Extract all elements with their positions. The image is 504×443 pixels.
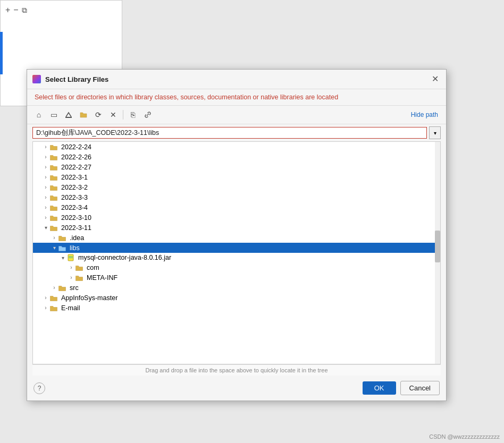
tree-root: › 2022-2-24› 2022-2-26› 2022-2-27› 2022-… bbox=[33, 142, 440, 313]
path-input-row: ▾ bbox=[27, 124, 446, 141]
tree-item-label: 2022-3-4 bbox=[61, 204, 88, 211]
hide-path-button[interactable]: Hide path bbox=[408, 109, 441, 120]
tree-arrow: › bbox=[41, 305, 50, 311]
dialog-app-icon bbox=[32, 75, 41, 83]
cancel-button[interactable]: Cancel bbox=[400, 381, 440, 395]
folder-icon bbox=[50, 224, 59, 232]
folder-icon bbox=[50, 294, 59, 302]
tree-arrow: › bbox=[41, 164, 50, 170]
tree-item-label: AppInfoSys-master bbox=[61, 294, 117, 302]
folder-icon bbox=[75, 263, 85, 271]
tree-arrow: › bbox=[41, 184, 50, 190]
tree-item-label: 2022-3-2 bbox=[61, 184, 88, 191]
tree-item-label: 2022-3-10 bbox=[61, 214, 91, 222]
tree-item[interactable]: › 2022-3-10 bbox=[33, 212, 440, 223]
dialog-toolbar: ⌂ ▭ ⟳ ✕ ⎘ Hide path bbox=[27, 106, 446, 124]
path-dropdown-button[interactable]: ▾ bbox=[429, 126, 441, 139]
folder-icon bbox=[75, 274, 85, 282]
tree-item-label: META-INF bbox=[87, 274, 117, 282]
file-tree[interactable]: › 2022-2-24› 2022-2-26› 2022-2-27› 2022-… bbox=[32, 141, 441, 364]
tree-item[interactable]: › src bbox=[33, 283, 440, 293]
tree-arrow: › bbox=[41, 174, 50, 180]
home-button[interactable]: ⌂ bbox=[32, 108, 45, 121]
watermark: CSDN @wwzzzzzzzzzzzzz bbox=[429, 433, 500, 440]
tree-item[interactable]: › 2022-3-2 bbox=[33, 182, 440, 192]
tree-item-label: E-mail bbox=[61, 304, 80, 312]
copy-path-button[interactable]: ⎘ bbox=[127, 108, 139, 121]
tree-arrow: ▾ bbox=[50, 245, 58, 251]
tree-item[interactable]: › 2022-3-3 bbox=[33, 192, 440, 202]
new-folder-button[interactable] bbox=[77, 108, 90, 121]
tree-item-label: 2022-3-1 bbox=[61, 174, 88, 181]
minimize-icon[interactable]: − bbox=[13, 5, 18, 15]
tree-item[interactable]: › 2022-3-1 bbox=[33, 172, 440, 182]
select-library-files-dialog: Select Library Files ✕ Select files or d… bbox=[27, 69, 447, 401]
desktop-button[interactable]: ▭ bbox=[47, 108, 60, 121]
folder-icon bbox=[58, 234, 68, 242]
folder-icon bbox=[58, 244, 68, 252]
svg-rect-0 bbox=[65, 117, 72, 118]
svg-rect-3 bbox=[69, 258, 73, 259]
tree-arrow: › bbox=[41, 194, 50, 200]
help-button[interactable]: ? bbox=[33, 382, 45, 394]
tree-item[interactable]: ▾ mysql-connector-java-8.0.16.jar bbox=[33, 253, 440, 262]
tree-arrow: › bbox=[41, 215, 50, 220]
toolbar-separator bbox=[123, 110, 123, 120]
tree-arrow: › bbox=[67, 275, 75, 280]
tree-item[interactable]: › E-mail bbox=[33, 303, 440, 313]
tree-item-label: 2022-2-26 bbox=[61, 154, 91, 161]
folder-icon bbox=[50, 153, 59, 161]
tree-item[interactable]: › 2022-2-24 bbox=[33, 142, 440, 152]
link-button[interactable] bbox=[141, 108, 154, 121]
dialog-titlebar: Select Library Files ✕ bbox=[27, 70, 446, 89]
scrollbar-thumb[interactable] bbox=[435, 231, 440, 262]
background-toolbar: + − ⧉ bbox=[5, 5, 27, 15]
tree-item-label: .idea bbox=[70, 234, 84, 242]
blue-accent-bar bbox=[0, 32, 3, 74]
ok-button[interactable]: OK bbox=[363, 381, 396, 395]
folder-icon bbox=[50, 203, 59, 211]
folder-icon bbox=[50, 163, 59, 171]
copy-tab-icon[interactable]: ⧉ bbox=[22, 6, 27, 15]
tree-arrow: › bbox=[41, 144, 50, 150]
tree-item[interactable]: › AppInfoSys-master bbox=[33, 293, 440, 303]
tree-item-label: libs bbox=[70, 244, 80, 252]
tree-item-label: src bbox=[70, 284, 79, 292]
folder-icon bbox=[50, 183, 59, 191]
tree-item[interactable]: › 2022-2-26 bbox=[33, 152, 440, 162]
dialog-footer: ? OK Cancel bbox=[27, 376, 446, 401]
tree-item[interactable]: › 2022-3-4 bbox=[33, 202, 440, 212]
dialog-subtitle: Select files or directories in which lib… bbox=[27, 89, 446, 106]
tree-arrow: › bbox=[67, 265, 75, 270]
folder-icon bbox=[50, 193, 59, 201]
tree-item-label: 2022-2-27 bbox=[61, 164, 91, 171]
tree-item-label: 2022-2-24 bbox=[61, 143, 91, 151]
tree-item[interactable]: › 2022-2-27 bbox=[33, 162, 440, 172]
tree-item[interactable]: ▾ libs bbox=[33, 243, 440, 253]
dialog-title: Select Library Files bbox=[45, 75, 425, 83]
jar-icon bbox=[67, 254, 76, 261]
scrollbar-track[interactable] bbox=[435, 142, 440, 364]
tree-item-label: com bbox=[87, 264, 99, 271]
tree-item-label: 2022-3-11 bbox=[61, 224, 91, 232]
add-tab-icon[interactable]: + bbox=[5, 5, 10, 15]
folder-icon bbox=[50, 304, 59, 312]
tree-arrow: › bbox=[41, 154, 50, 160]
refresh-button[interactable]: ⟳ bbox=[92, 108, 105, 121]
tree-item[interactable]: › com bbox=[33, 262, 440, 272]
tree-item[interactable]: › META-INF bbox=[33, 272, 440, 283]
folder-up-button[interactable] bbox=[62, 108, 75, 121]
tree-arrow: › bbox=[50, 235, 58, 241]
tree-item-label: 2022-3-3 bbox=[61, 194, 88, 201]
dialog-close-button[interactable]: ✕ bbox=[430, 74, 441, 84]
tree-arrow: › bbox=[50, 285, 58, 291]
delete-button[interactable]: ✕ bbox=[107, 108, 120, 121]
tree-item-label: mysql-connector-java-8.0.16.jar bbox=[78, 254, 171, 261]
tree-arrow: › bbox=[41, 295, 50, 301]
tree-arrow: ▾ bbox=[41, 225, 50, 231]
folder-icon bbox=[50, 173, 59, 181]
path-input[interactable] bbox=[32, 127, 427, 139]
tree-arrow: ▾ bbox=[58, 255, 67, 261]
tree-item[interactable]: ▾ 2022-3-11 bbox=[33, 223, 440, 233]
tree-item[interactable]: › .idea bbox=[33, 233, 440, 243]
